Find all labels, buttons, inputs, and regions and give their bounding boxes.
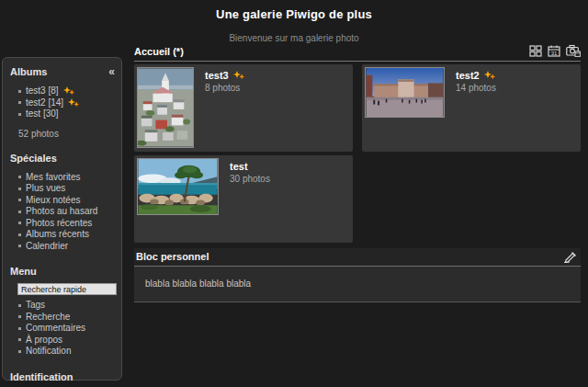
menu-list: Tags Recherche Commentaires À propos Not…: [10, 300, 115, 358]
sidebar-item-label: test3 [8]: [26, 85, 59, 97]
page-title-row: Accueil (*) 31: [134, 44, 581, 62]
album-thumbnail-test3[interactable]: [137, 67, 194, 148]
sidebar-item-favorites[interactable]: Mes favorites: [18, 172, 115, 184]
collapse-sidebar-icon[interactable]: «: [108, 67, 115, 76]
album-card-test[interactable]: test 30 photos: [134, 155, 353, 243]
edit-block-icon[interactable]: [563, 250, 577, 263]
sidebar-item-recent-photos[interactable]: Photos récentes: [18, 218, 115, 230]
identification-section-title: Identification: [10, 371, 115, 382]
sidebar-item-tags[interactable]: Tags: [18, 300, 115, 312]
calendar-posted-icon[interactable]: 31: [548, 45, 560, 57]
square-bullet-icon: [18, 90, 21, 93]
sidebar-item-random[interactable]: Photos au hasard: [18, 206, 115, 218]
sidebar-item-search[interactable]: Recherche: [18, 312, 115, 324]
personal-block-content: blabla blabla blabla blabla: [134, 267, 581, 302]
calendar-created-icon[interactable]: [566, 44, 581, 57]
site-header: Une galerie Piwigo de plus Bienvenue sur…: [0, 0, 588, 43]
albums-list: test3 [8] test2 [14] test [30]: [10, 85, 115, 120]
thumbnails-grid-icon[interactable]: [529, 45, 542, 57]
sidebar-item-most-viewed[interactable]: Plus vues: [18, 183, 115, 195]
sidebar-albums-header: Albums «: [10, 66, 115, 77]
album-card-title[interactable]: test3: [205, 70, 244, 81]
new-sparkle-icon: [63, 86, 74, 96]
sidebar-item-label: test2 [14]: [26, 97, 63, 109]
specials-list: Mes favorites Plus vues Mieux notées Pho…: [10, 172, 115, 253]
sidebar-menubar: Albums « test3 [8] test2 [14] test [30] …: [2, 57, 122, 381]
gallery-subtitle: Bienvenue sur ma galerie photo: [0, 33, 588, 43]
album-thumbnail-test2[interactable]: [365, 67, 445, 118]
square-bullet-icon: [18, 188, 21, 190]
square-bullet-icon: [18, 176, 21, 178]
sidebar-item-notification[interactable]: Notification: [18, 346, 115, 358]
square-bullet-icon: [18, 199, 21, 201]
album-thumbnail-test[interactable]: [137, 158, 219, 215]
square-bullet-icon: [18, 233, 21, 236]
square-bullet-icon: [18, 327, 21, 330]
album-card-title[interactable]: test2: [456, 70, 496, 81]
sidebar-item-test2[interactable]: test2 [14]: [18, 97, 115, 109]
sidebar-item-about[interactable]: À propos: [18, 335, 115, 347]
sidebar-item-label: test [30]: [26, 108, 59, 120]
album-card-test3[interactable]: test3 8 photos: [134, 64, 353, 152]
svg-text:31: 31: [551, 51, 558, 56]
total-photos-count: 52 photos: [18, 129, 115, 139]
square-bullet-icon: [18, 350, 21, 353]
personal-block-title: Bloc personnel: [136, 251, 209, 262]
square-bullet-icon: [18, 304, 21, 307]
album-photo-count: 14 photos: [456, 83, 496, 93]
square-bullet-icon: [18, 245, 21, 247]
album-card-test2[interactable]: test2 14 photos: [362, 64, 581, 152]
sidebar-item-comments[interactable]: Commentaires: [18, 323, 115, 335]
breadcrumb: Accueil (*): [134, 46, 184, 57]
album-card-title[interactable]: test: [230, 161, 270, 172]
sidebar-item-recent-albums[interactable]: Albums récents: [18, 229, 115, 241]
sidebar-item-test[interactable]: test [30]: [18, 108, 115, 120]
menu-section-title: Menu: [10, 266, 115, 277]
square-bullet-icon: [18, 101, 21, 104]
square-bullet-icon: [18, 113, 21, 116]
album-photo-count: 30 photos: [230, 174, 270, 184]
square-bullet-icon: [18, 222, 21, 224]
new-sparkle-icon: [484, 71, 495, 80]
sidebar-item-calendar[interactable]: Calendrier: [18, 241, 115, 253]
new-sparkle-icon: [68, 98, 79, 108]
personal-block-header: Bloc personnel: [134, 248, 581, 267]
personal-block: Bloc personnel blabla blabla blabla blab…: [134, 248, 581, 302]
album-cards-grid: test3 8 photos: [134, 64, 581, 243]
square-bullet-icon: [18, 315, 21, 318]
view-mode-toolbar: 31: [529, 44, 581, 57]
main-content: Accueil (*) 31: [134, 44, 581, 302]
square-bullet-icon: [18, 211, 21, 213]
quick-search-input[interactable]: [17, 283, 117, 295]
gallery-title: Une galerie Piwigo de plus: [0, 7, 588, 21]
sidebar-item-best-rated[interactable]: Mieux notées: [18, 195, 115, 207]
album-photo-count: 8 photos: [205, 83, 244, 93]
sidebar-item-test3[interactable]: test3 [8]: [18, 85, 115, 97]
square-bullet-icon: [18, 338, 21, 341]
specials-section-title: Spéciales: [10, 153, 115, 164]
new-sparkle-icon: [233, 71, 244, 80]
albums-section-title: Albums: [10, 66, 47, 77]
